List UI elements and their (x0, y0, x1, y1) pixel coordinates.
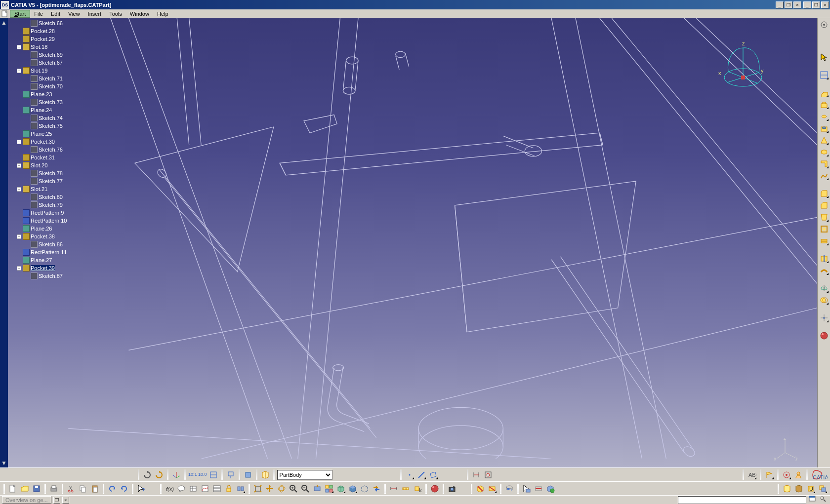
tree-toggle[interactable]: - (17, 140, 21, 144)
multi-section-icon[interactable] (819, 170, 830, 181)
open-icon[interactable] (19, 483, 30, 494)
tree-node-pocket-30[interactable]: -Pocket.30 (9, 138, 101, 146)
zoom-out-icon[interactable] (300, 483, 311, 494)
cut-icon[interactable] (66, 483, 77, 494)
menu-insert[interactable]: Insert (84, 10, 106, 17)
flag-note-icon[interactable] (764, 469, 775, 480)
hole-icon[interactable] (819, 123, 830, 134)
tree-node-plane-26[interactable]: Plane.26 (9, 225, 101, 233)
menu-start[interactable]: Start (10, 10, 30, 18)
power-copy-icon[interactable] (817, 483, 828, 494)
tree-node-sketch-80[interactable]: Sketch.80 (9, 193, 101, 201)
save-icon[interactable] (31, 483, 42, 494)
multi-view-icon[interactable] (324, 483, 334, 494)
zoom-in-icon[interactable] (288, 483, 299, 494)
specification-tree[interactable]: Sketch.66Pocket.28Pocket.29-Slot.18Sketc… (8, 18, 102, 281)
tree-node-slot-20[interactable]: -Slot.20 (9, 161, 101, 169)
tree-node-slot-19[interactable]: -Slot.19 (9, 67, 101, 75)
tree-scroll-down[interactable]: ▼ (1, 460, 7, 466)
undo-icon[interactable] (107, 483, 118, 494)
shaft-icon[interactable] (819, 111, 830, 122)
menu-file[interactable]: File (30, 10, 47, 17)
mdi-minimize-button[interactable]: _ (776, 1, 784, 8)
mean-dimensions-icon[interactable] (208, 469, 219, 480)
document-icon[interactable] (1, 10, 9, 18)
fit-all-icon[interactable] (252, 483, 263, 494)
mdi-restore-button[interactable]: ❐ (785, 1, 792, 8)
thread-icon[interactable] (504, 483, 515, 494)
close-button[interactable]: × (821, 1, 829, 8)
tree-node-sketch-86[interactable]: Sketch.86 (9, 240, 101, 248)
split-icon[interactable] (819, 253, 830, 264)
tree-node-slot-18[interactable]: -Slot.18 (9, 43, 101, 51)
only-current-body-icon[interactable] (243, 469, 253, 480)
tree-node-rectpattern-11[interactable]: RectPattern.11 (9, 248, 101, 256)
select-arrow-icon[interactable] (819, 52, 830, 63)
law-icon[interactable] (200, 483, 210, 494)
menu-view[interactable]: View (64, 10, 84, 17)
tree-node-sketch-77[interactable]: Sketch.77 (9, 177, 101, 185)
body-select-dropdown[interactable]: PartBody (278, 470, 332, 479)
paste-icon[interactable] (89, 483, 100, 494)
view-annotation-icon[interactable] (781, 469, 792, 480)
mdi-close-button[interactable]: × (793, 1, 801, 8)
tree-node-sketch-73[interactable]: Sketch.73 (9, 98, 101, 106)
tree-node-sketch-76[interactable]: Sketch.76 (9, 146, 101, 154)
tree-node-pocket-28[interactable]: Pocket.28 (9, 27, 101, 35)
tree-node-sketch-74[interactable]: Sketch.74 (9, 114, 101, 122)
tree-node-sketch-87[interactable]: Sketch.87 (9, 272, 101, 280)
tree-node-plane-24[interactable]: Plane.24 (9, 106, 101, 114)
hide-show-icon[interactable] (359, 483, 370, 494)
isometric-view-icon[interactable] (335, 483, 346, 494)
viewport-3d[interactable]: Sketch.66Pocket.28Pocket.29-Slot.18Sketc… (8, 18, 817, 467)
minimize-button[interactable]: _ (803, 1, 811, 8)
menu-tools[interactable]: Tools (105, 10, 126, 17)
status-search-icon[interactable] (819, 496, 828, 504)
mirror-icon[interactable] (819, 283, 830, 294)
measure-item-icon[interactable] (400, 483, 411, 494)
material-icon[interactable] (819, 330, 830, 341)
boolean-icon[interactable] (819, 295, 830, 306)
menu-window[interactable]: Window (126, 10, 153, 17)
tree-node-plane-23[interactable]: Plane.23 (9, 90, 101, 98)
constraint-defined-icon[interactable] (483, 469, 494, 480)
pan-icon[interactable] (264, 483, 275, 494)
measure-between-icon[interactable] (388, 483, 399, 494)
pocket-icon[interactable] (819, 99, 830, 110)
fillet-icon[interactable] (819, 188, 830, 199)
normal-view-icon[interactable] (312, 483, 323, 494)
scan-icon[interactable] (533, 483, 544, 494)
stiffener-icon[interactable] (819, 158, 830, 169)
line-construct-icon[interactable] (416, 469, 427, 480)
compass[interactable]: z x y (713, 33, 768, 92)
tree-node-pocket-39[interactable]: -Pocket.39 (9, 264, 101, 272)
settings-icon[interactable] (819, 19, 830, 30)
draft-icon[interactable] (819, 212, 830, 223)
formula-icon[interactable]: f(x) (164, 483, 175, 494)
axis-indicator[interactable]: z y x (773, 438, 797, 463)
apply-material-icon[interactable] (429, 483, 440, 494)
shading-mode-icon[interactable] (347, 483, 358, 494)
camera-icon[interactable] (447, 483, 457, 494)
menu-edit[interactable]: Edit (47, 10, 64, 17)
tree-node-sketch-78[interactable]: Sketch.78 (9, 169, 101, 177)
tree-node-plane-25[interactable]: Plane.25 (9, 130, 101, 138)
swap-visible-icon[interactable] (371, 483, 382, 494)
tree-toggle[interactable]: - (17, 234, 21, 239)
shell-icon[interactable] (819, 224, 830, 234)
feature-catalog-icon[interactable] (782, 483, 792, 494)
command-input[interactable] (678, 496, 806, 504)
tree-node-pocket-29[interactable]: Pocket.29 (9, 35, 101, 43)
tree-node-rectpattern-10[interactable]: RectPattern.10 (9, 217, 101, 225)
menu-help[interactable]: Help (153, 10, 172, 17)
tree-toggle[interactable]: - (17, 163, 21, 168)
catalog-icon[interactable] (260, 469, 271, 480)
status-dialog-icon[interactable] (808, 496, 817, 504)
tree-node-sketch-70[interactable]: Sketch.70 (9, 82, 101, 90)
tree-scroll-up[interactable]: ▲ (1, 19, 7, 26)
whats-this-icon[interactable]: ? (136, 483, 147, 494)
thickness-icon[interactable] (819, 235, 830, 246)
remove-feature-icon[interactable] (475, 483, 486, 494)
tree-toggle[interactable]: - (17, 45, 21, 49)
new-icon[interactable] (7, 483, 18, 494)
